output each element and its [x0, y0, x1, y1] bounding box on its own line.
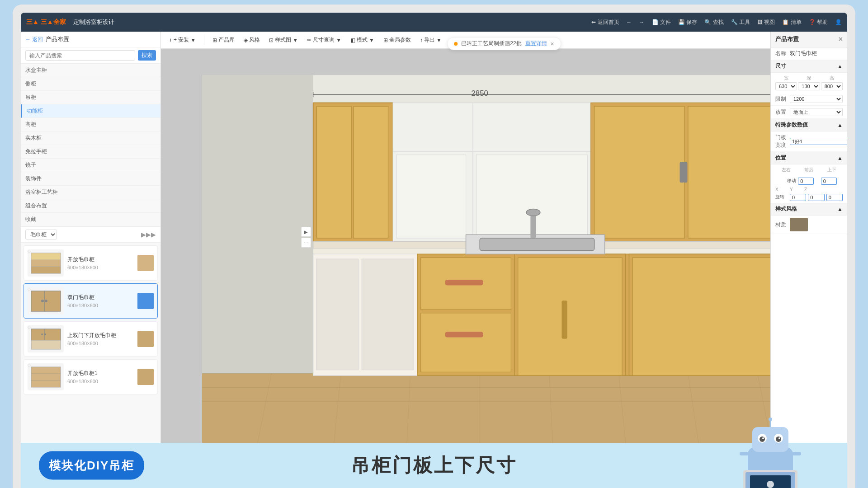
star-icon-2[interactable]: ☆ — [27, 286, 32, 293]
category-hardware[interactable]: 装饰件 — [21, 172, 160, 186]
dim-w-select[interactable]: 630 — [775, 82, 797, 90]
svg-rect-58 — [445, 332, 483, 337]
category-collection[interactable]: 收藏 — [21, 213, 160, 226]
topbar-file-btn[interactable]: 📄 文件 — [652, 19, 671, 26]
category-hanging[interactable]: 吊柜 — [21, 91, 160, 104]
props-rotate-row: 旋转 — [771, 194, 847, 201]
svg-rect-1 — [31, 253, 61, 260]
svg-rect-15 — [31, 367, 61, 387]
rotate-x-input[interactable] — [790, 194, 806, 201]
product-item-2[interactable]: ☆ 双门毛巾柜 600×180×60 — [24, 283, 158, 319]
product-item-4[interactable]: ☆ 开放毛巾柜1 600×180×600 — [24, 359, 158, 394]
toolbar-mode-btn[interactable]: ◧ 模式 ▼ — [348, 35, 377, 45]
category-handle-free[interactable]: 免拉手柜 — [21, 145, 160, 159]
category-tall[interactable]: 高柜 — [21, 118, 160, 131]
props-depth-select[interactable]: 1200 — [790, 95, 843, 103]
rotate-z-input[interactable] — [826, 194, 843, 201]
left-sidebar: ← 返回 产品布置 搜索 水盒主柜 侧柜 吊柜 功能柜 高柜 实木柜 免拉手柜 — [21, 32, 161, 443]
dim-h-select[interactable]: 800 — [821, 82, 843, 90]
topbar-find-btn[interactable]: 🔍 查找 — [704, 19, 723, 26]
product-info-2: 双门毛巾柜 600×180×600 — [67, 294, 134, 308]
svg-rect-37 — [354, 106, 388, 238]
product-item-1[interactable]: ☆ 开放毛巾柜 600×180×600 — [24, 245, 158, 281]
svg-point-91 — [769, 418, 772, 421]
props-depth-label: 限制 — [775, 95, 788, 103]
search-input[interactable] — [25, 50, 135, 61]
topbar-undo-btn[interactable]: ← — [627, 19, 632, 25]
toolbar-format-btn[interactable]: ⊡ 样式图 ▼ — [266, 35, 301, 45]
move-fb-input[interactable] — [821, 178, 837, 185]
rotate-y-input[interactable] — [808, 194, 824, 201]
product-item-3[interactable]: ☆ 上双门下开放毛巾柜 — [24, 321, 158, 357]
props-door-width-label: 门板宽度 — [775, 134, 788, 149]
props-name-row: 名称 双门毛巾柜 — [771, 47, 847, 60]
measure-icon: ✏ — [307, 37, 311, 43]
topbar-help-btn[interactable]: ❓ 帮助 — [809, 19, 828, 26]
category-functional[interactable]: 功能柜 — [21, 104, 160, 118]
collapse-btn[interactable]: ▶▶▶ — [141, 231, 156, 238]
search-bar: 搜索 — [21, 47, 160, 64]
toolbar-install-btn[interactable]: + + 安装 ▼ — [166, 35, 198, 45]
material-preview[interactable] — [790, 218, 808, 231]
category-basin-craft[interactable]: 浴室柜工艺柜 — [21, 186, 160, 199]
svg-point-8 — [45, 300, 47, 302]
topbar-tools-btn[interactable]: 🔧 工具 — [731, 19, 750, 26]
props-close-btn[interactable]: × — [839, 35, 843, 43]
filter-select[interactable]: 毛巾柜 吊柜 储物柜 — [25, 230, 57, 239]
toolbar-product-btn[interactable]: ⊞ 产品库 — [210, 35, 237, 45]
main-area: ← 返回 产品布置 搜索 水盒主柜 侧柜 吊柜 功能柜 高柜 实木柜 免拉手柜 — [21, 32, 847, 443]
pos-fb-label: 前后 — [798, 167, 820, 173]
topbar-redo-btn[interactable]: → — [639, 19, 645, 25]
notif-close-btn[interactable]: × — [551, 40, 554, 47]
toolbar-style-btn[interactable]: ◈ 风格 — [241, 35, 263, 45]
props-style-section[interactable]: 样式风格 ▲ — [771, 203, 847, 216]
toggle-btn-1[interactable]: ▶ — [301, 227, 311, 237]
door-width-input[interactable] — [790, 138, 847, 145]
search-button[interactable]: 搜索 — [138, 50, 156, 61]
product-img-4 — [28, 363, 64, 390]
product-img-2 — [28, 287, 64, 314]
topbar-list-btn[interactable]: 📋 清单 — [782, 19, 801, 26]
product-info-3: 上双门下开放毛巾柜 600×180×600 — [67, 332, 134, 346]
props-material-row: 材质 — [771, 216, 847, 234]
category-wash-basin[interactable]: 水盒主柜 — [21, 64, 160, 77]
notif-link[interactable]: 重置详情 — [525, 40, 547, 47]
toolbar-export-btn[interactable]: ↑ 导出 ▼ — [417, 35, 444, 45]
props-size-section[interactable]: 尺寸 ▲ — [771, 60, 847, 73]
move-lr-input[interactable] — [798, 178, 814, 185]
props-place-label: 放置 — [775, 108, 788, 116]
star-icon-3[interactable]: ☆ — [27, 324, 32, 331]
star-icon-4[interactable]: ☆ — [27, 362, 32, 369]
dim-w-label: 宽 — [775, 75, 797, 81]
sidebar-back-btn[interactable]: ← 返回 — [25, 36, 43, 43]
toggle-btn-2[interactable]: ⋯ — [301, 238, 311, 248]
laptop-frame: 三▲ 三▲全家 定制浴室柜设计 ⬅ 返回首页 ← → 📄 文件 💾 保存 🔍 查… — [13, 5, 855, 488]
props-special-section[interactable]: 特殊参数数值 ▲ — [771, 119, 847, 131]
svg-rect-93 — [792, 452, 801, 455]
props-place-select[interactable]: 地面上 — [790, 108, 843, 116]
svg-rect-53 — [362, 259, 414, 370]
category-mirror[interactable]: 镜子 — [21, 159, 160, 172]
topbar-save-btn[interactable]: 💾 保存 — [678, 19, 697, 26]
category-side-cabinet[interactable]: 侧柜 — [21, 77, 160, 91]
category-tabs: 水盒主柜 侧柜 吊柜 功能柜 高柜 实木柜 免拉手柜 镜子 装饰件 浴室柜工艺柜… — [21, 64, 160, 227]
topbar-view-btn[interactable]: 🖼 视图 — [757, 19, 775, 26]
svg-point-67 — [526, 209, 540, 216]
svg-rect-66 — [530, 214, 536, 238]
kitchen-scene[interactable]: 2850 400 20 1200 — [161, 54, 847, 443]
svg-rect-23 — [202, 373, 806, 443]
product-size-4: 600×180×600 — [67, 379, 134, 384]
dim-h-label: 高 — [821, 75, 843, 81]
category-solid-wood[interactable]: 实木柜 — [21, 131, 160, 145]
toolbar-params-btn[interactable]: ⊞ 全局参数 — [381, 35, 414, 45]
screen: 三▲ 三▲全家 定制浴室柜设计 ⬅ 返回首页 ← → 📄 文件 💾 保存 🔍 查… — [21, 13, 847, 488]
toolbar-measure-btn[interactable]: ✏ 尺寸查询 ▼ — [304, 35, 344, 45]
props-position-section[interactable]: 位置 ▲ — [771, 152, 847, 164]
product-thumb-4 — [137, 369, 154, 385]
topbar-back-btn[interactable]: ⬅ 返回首页 — [591, 19, 619, 26]
star-icon-1[interactable]: ☆ — [27, 249, 32, 255]
dim-d-select[interactable]: 130 — [798, 82, 820, 90]
category-combo[interactable]: 组合布置 — [21, 199, 160, 213]
topbar-user-btn[interactable]: 👤 — [835, 19, 842, 25]
product-name-2: 双门毛巾柜 — [67, 294, 134, 301]
